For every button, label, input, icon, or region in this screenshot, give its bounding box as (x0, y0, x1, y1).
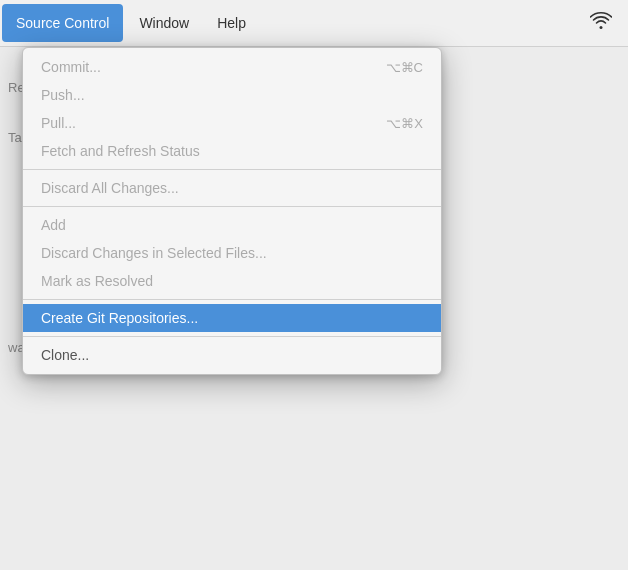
menu-item-discard-all-label: Discard All Changes... (41, 180, 179, 196)
menu-item-add[interactable]: Add (23, 211, 441, 239)
menubar-window-label: Window (139, 15, 189, 31)
menu-item-mark-resolved-label: Mark as Resolved (41, 273, 153, 289)
menubar-source-control-label: Source Control (16, 15, 109, 31)
menu-item-pull-label: Pull... (41, 115, 76, 131)
menubar-item-source-control[interactable]: Source Control (2, 4, 123, 42)
menu-item-fetch[interactable]: Fetch and Refresh Status (23, 137, 441, 165)
menu-item-pull[interactable]: Pull... ⌥⌘X (23, 109, 441, 137)
menu-item-push[interactable]: Push... (23, 81, 441, 109)
separator-1 (23, 169, 441, 170)
menu-item-commit-label: Commit... (41, 59, 101, 75)
menu-item-clone[interactable]: Clone... (23, 341, 441, 369)
separator-3 (23, 299, 441, 300)
wifi-icon (590, 12, 612, 35)
menu-item-create-git[interactable]: Create Git Repositories... (23, 304, 441, 332)
separator-2 (23, 206, 441, 207)
menubar-help-label: Help (217, 15, 246, 31)
source-control-menu: Commit... ⌥⌘C Push... Pull... ⌥⌘X Fetch … (22, 47, 442, 375)
menu-item-fetch-label: Fetch and Refresh Status (41, 143, 200, 159)
menu-item-discard-selected[interactable]: Discard Changes in Selected Files... (23, 239, 441, 267)
menu-item-commit-shortcut: ⌥⌘C (386, 60, 423, 75)
bg-label-ta: Ta (8, 130, 22, 145)
menu-item-push-label: Push... (41, 87, 85, 103)
separator-4 (23, 336, 441, 337)
menu-item-add-label: Add (41, 217, 66, 233)
menu-item-commit[interactable]: Commit... ⌥⌘C (23, 53, 441, 81)
menubar: Source Control Window Help (0, 0, 628, 47)
menu-item-clone-label: Clone... (41, 347, 89, 363)
menu-item-create-git-label: Create Git Repositories... (41, 310, 198, 326)
menu-item-discard-all[interactable]: Discard All Changes... (23, 174, 441, 202)
menu-item-discard-selected-label: Discard Changes in Selected Files... (41, 245, 267, 261)
menubar-item-help[interactable]: Help (203, 0, 260, 46)
menu-item-mark-resolved[interactable]: Mark as Resolved (23, 267, 441, 295)
menu-item-pull-shortcut: ⌥⌘X (386, 116, 423, 131)
menubar-item-window[interactable]: Window (125, 0, 203, 46)
